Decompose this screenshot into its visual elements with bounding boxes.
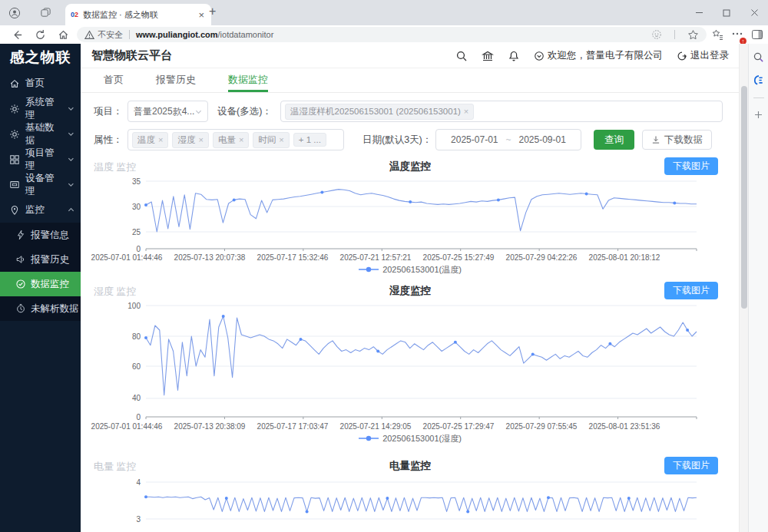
window-maximize-button[interactable] (713, 0, 740, 25)
sidebar-item-alarm-info[interactable]: 报警信息 (0, 223, 81, 247)
address-bar[interactable]: 不安全 www.puliangiot.com/iotdatamonitor (77, 27, 707, 42)
back-icon[interactable] (9, 27, 25, 42)
data-point-marker (144, 203, 147, 207)
speaker-icon (15, 254, 26, 265)
download-image-button[interactable]: 下载图片 (664, 157, 718, 175)
attribute-multiselect[interactable]: 温度× 湿度× 电量× 时间× + 1 ... (127, 129, 344, 150)
y-tick-label: 80 (132, 332, 141, 341)
sidebar-item-device-management[interactable]: 设备管理 (0, 172, 81, 197)
sidebar-item-basic-data[interactable]: 基础数据 (0, 121, 81, 147)
bell-icon[interactable] (508, 50, 520, 62)
x-axis-label: 2025-07-01 01:44:46 (91, 253, 163, 262)
remove-tag-icon[interactable]: × (239, 135, 243, 144)
workspaces-icon[interactable] (35, 3, 55, 23)
x-axis-label: 2025-07-13 20:07:38 (174, 253, 246, 262)
new-tab-button[interactable]: + (209, 5, 216, 18)
sidebar-item-system-management[interactable]: 系统管理 (0, 96, 81, 121)
home-icon[interactable] (55, 27, 71, 42)
shield-check-icon (15, 279, 26, 289)
collections-icon[interactable] (711, 28, 723, 41)
sidebar-item-monitoring[interactable]: 监控 (0, 197, 81, 223)
data-point-marker (320, 191, 323, 194)
welcome-menu[interactable]: 欢迎您，普量电子有限公司 (534, 49, 663, 62)
y-tick-label: 25 (132, 228, 141, 236)
chevron-down-icon (68, 105, 74, 112)
settings-menu-icon[interactable]: ↑ (731, 28, 743, 42)
tab-alarm-history[interactable]: 报警历史 (156, 73, 196, 92)
bank-icon[interactable] (482, 50, 494, 62)
y-tick-label: 0 (136, 413, 141, 421)
sidebar-item-unparsed-data[interactable]: 未解析数据 (0, 296, 81, 321)
not-secure-warning[interactable]: 不安全 (84, 29, 123, 41)
window-close-button[interactable] (740, 0, 768, 25)
chevron-down-icon (68, 181, 74, 188)
x-axis-label: 2025-07-13 20:38:09 (174, 422, 246, 431)
gear-icon (9, 104, 20, 114)
app-header: 智慧物联云平台 欢迎您，普量电子有限公司 退出登录 (81, 44, 740, 68)
x-axis-label: 2025-07-29 07:55:45 (506, 422, 578, 431)
humidity-line-chart: 1008060400 (88, 301, 737, 422)
rail-add-button[interactable] (753, 110, 763, 120)
tab-data-monitoring[interactable]: 数据监控 (228, 73, 268, 92)
screen: 02 数据监控 · 感之物联 × + 不安全 www.puliangio (0, 0, 768, 532)
pin-icon (9, 205, 20, 216)
device-multiselect[interactable]: 温湿度样机202506153001 (202506153001) × (280, 101, 723, 122)
project-select[interactable]: 普量2025款4... (127, 101, 208, 122)
y-tick-label: 0 (136, 245, 141, 253)
rail-search-icon[interactable] (753, 51, 764, 63)
tab-close-icon[interactable]: × (197, 9, 206, 21)
download-image-button[interactable]: 下载图片 (664, 282, 718, 299)
legend-marker-icon (359, 266, 379, 273)
remove-tag-icon[interactable]: × (279, 135, 283, 144)
sidebar-item-project-management[interactable]: 项目管理 (0, 147, 81, 172)
data-point-marker (222, 315, 225, 318)
chevron-up-icon (68, 207, 74, 213)
browser-tab[interactable]: 02 数据监控 · 感之物联 × (65, 4, 211, 25)
window-controls (685, 0, 768, 25)
download-icon (651, 135, 660, 144)
sidebar-item-alarm-history[interactable]: 报警历史 (0, 247, 81, 272)
download-data-button[interactable]: 下载数据 (642, 130, 712, 150)
sidebar-toggle-icon[interactable] (751, 28, 763, 41)
rail-app-icon[interactable] (753, 74, 764, 86)
data-point-marker (673, 201, 676, 204)
x-axis-label: 2025-08-01 20:18:12 (589, 253, 660, 262)
humidity-chart-section: 湿度 监控 湿度监控 下载图片 1008060400 2025-07-01 01… (81, 282, 740, 444)
remove-tag-icon[interactable]: × (198, 135, 203, 144)
chart-header: 温度 监控 温度监控 下载图片 (88, 157, 732, 177)
platform-title: 智慧物联云平台 (91, 48, 172, 63)
filter-row-2: 属性： 温度× 湿度× 电量× 时间× + 1 ... 日期(默认3天)： 20… (94, 129, 740, 150)
device-icon (9, 180, 20, 190)
battery-line-chart: 43 (88, 476, 737, 532)
download-image-button[interactable]: 下载图片 (664, 457, 718, 474)
edge-sidebar-rail (748, 44, 768, 532)
sidebar-item-label: 基础数据 (25, 121, 62, 147)
scrollbar-thumb[interactable] (741, 86, 747, 309)
search-icon[interactable] (455, 50, 468, 62)
y-tick-label: 40 (132, 394, 141, 402)
attribute-tag: 湿度× (172, 132, 208, 148)
date-range-input[interactable]: 2025-07-01 ~ 2025-09-01 (435, 129, 581, 150)
refresh-icon[interactable] (32, 27, 48, 42)
remove-tag-icon[interactable]: × (158, 135, 163, 144)
smiley-icon[interactable] (651, 29, 662, 40)
device-label: 设备(多选)： (217, 105, 280, 118)
profile-icon[interactable] (5, 3, 25, 23)
sidebar-item-home[interactable]: 首页 (0, 71, 81, 96)
chevron-down-icon (68, 156, 74, 163)
data-point-marker (306, 510, 309, 513)
chevron-down-icon (195, 108, 202, 115)
chart-legend: 202506153001(湿度) (88, 432, 732, 444)
logout-button[interactable]: 退出登录 (677, 49, 729, 62)
window-minimize-button[interactable] (685, 0, 713, 25)
tab-home[interactable]: 首页 (104, 73, 124, 92)
favorite-star-icon[interactable] (687, 29, 699, 41)
remove-tag-icon[interactable]: × (464, 107, 468, 116)
data-point-marker (233, 198, 236, 201)
attribute-more-tag[interactable]: + 1 ... (293, 133, 326, 147)
warning-triangle-icon (84, 30, 94, 40)
y-tick-label: 100 (127, 302, 141, 310)
query-button[interactable]: 查询 (594, 130, 634, 150)
attribute-tag: 温度× (132, 132, 168, 148)
sidebar-item-data-monitoring[interactable]: 数据监控 (0, 272, 81, 296)
